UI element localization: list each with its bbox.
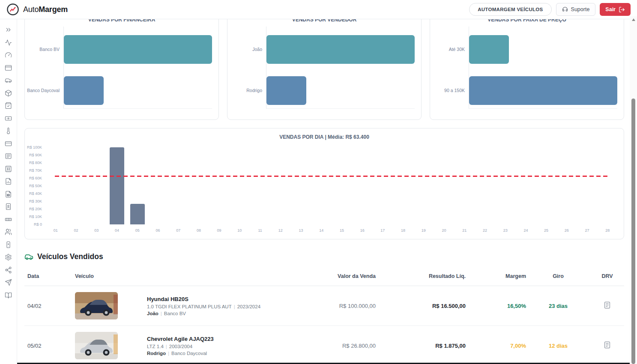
bar-90-a-150k — [469, 76, 617, 105]
workspace-button[interactable]: AUTOMARGEM VEÍCULOS — [469, 3, 551, 16]
daily-plot: R$ 100KR$ 90KR$ 80KR$ 70KR$ 60KR$ 50KR$ … — [45, 147, 618, 224]
chart-title: VENDAS POR FAIXA DE PREÇO — [430, 19, 624, 23]
sidebar-item-dashboard[interactable] — [5, 51, 12, 59]
day-slot — [127, 147, 148, 224]
bar-banco-daycoval — [64, 76, 104, 105]
margin-value: 16,50% — [466, 303, 526, 309]
day-slot — [168, 147, 188, 224]
scrollbar-up-arrow[interactable] — [632, 18, 635, 21]
bar-category-label: Banco BV — [26, 47, 60, 52]
x-axis-tick: 08 — [188, 228, 209, 233]
y-axis-tick: R$ 70K — [29, 168, 42, 173]
sold-section-header: Veículos Vendidos — [24, 252, 624, 261]
bar-category-label: Banco Daycoval — [26, 88, 60, 93]
sidebar-item-share[interactable] — [5, 266, 12, 274]
day-slot — [270, 147, 291, 224]
support-button[interactable]: Suporte — [556, 3, 596, 16]
sidebar-item-docs[interactable] — [5, 292, 12, 299]
chart-card-faixa-preco: VENDAS POR FAIXA DE PREÇO Até 30K90 a 15… — [430, 19, 624, 120]
drv-report-icon[interactable] — [603, 301, 611, 309]
sidebar-item-file-document[interactable] — [5, 191, 12, 198]
bar-category-label: Até 30K — [431, 47, 465, 52]
bar-category-label: 90 a 150K — [431, 88, 465, 93]
vehicle-name: Hyundai HB20S — [147, 296, 260, 302]
sidebar-item-reports[interactable] — [5, 152, 12, 160]
day-slot — [454, 147, 475, 224]
sidebar-item-settings[interactable] — [5, 254, 12, 261]
day-slot — [373, 147, 393, 224]
day-slot — [66, 147, 87, 224]
day-slot — [311, 147, 332, 224]
table-body: 04/02 Hyundai HB20S 1.0 TGDI FLEX PLATIN… — [24, 286, 624, 364]
top-charts-row: VENDAS POR FINANCEIRA Banco BVBanco Dayc… — [24, 19, 624, 120]
sidebar-item-stock[interactable] — [5, 90, 12, 97]
x-axis-tick: 18 — [393, 228, 413, 233]
sidebar-item-photo-badge[interactable] — [5, 203, 12, 210]
main-content: VENDAS POR FINANCEIRA Banco BVBanco Dayc… — [17, 19, 630, 364]
day-bar-04 — [110, 147, 124, 224]
sold-section-title: Veículos Vendidos — [37, 252, 103, 261]
x-axis-tick: 04 — [107, 228, 127, 233]
column-header-ve-culo: Veículo — [75, 273, 314, 279]
day-slot — [577, 147, 598, 224]
day-slot — [209, 147, 230, 224]
column-header-data: Data — [24, 273, 75, 279]
x-axis-tick: 22 — [475, 228, 495, 233]
sidebar-expand[interactable] — [5, 26, 12, 33]
day-slot — [332, 147, 352, 224]
y-axis-tick: R$ 100K — [27, 145, 42, 149]
hbar-plot: JoãoRodrigo — [266, 27, 415, 109]
table-header: DataVeículoValor da VendaResultado Líq.M… — [24, 270, 624, 286]
y-axis-tick: R$ 0 — [34, 222, 42, 227]
x-axis-tick: 06 — [148, 228, 168, 233]
sidebar-item-file-chart[interactable] — [5, 178, 12, 185]
column-header-giro: Giro — [526, 273, 590, 279]
x-axis-tick: 13 — [291, 228, 311, 233]
x-axis-tick: 20 — [434, 228, 455, 233]
drv-report-icon[interactable] — [603, 341, 611, 349]
day-slot — [352, 147, 373, 224]
chart-card-financeira: VENDAS POR FINANCEIRA Banco BVBanco Dayc… — [24, 19, 219, 120]
bar-até-30k — [469, 35, 509, 64]
day-slot — [250, 147, 270, 224]
sidebar-item-purchases[interactable] — [5, 102, 12, 109]
sidebar-item-vault[interactable] — [5, 165, 12, 173]
day-slot — [434, 147, 455, 224]
sidebar-item-filmstrip[interactable] — [5, 216, 12, 223]
logout-button[interactable]: Sair — [600, 3, 631, 16]
sidebar-item-sales[interactable] — [5, 115, 12, 122]
day-slot — [413, 147, 434, 224]
x-axis-tick: 01 — [45, 228, 66, 233]
sidebar-item-window[interactable] — [5, 64, 12, 72]
column-header-margem: Margem — [466, 273, 526, 279]
sidebar-item-vehicles[interactable] — [5, 77, 12, 84]
vertical-scrollbar[interactable] — [630, 16, 637, 364]
margin-value: 7,00% — [466, 343, 526, 349]
x-axis-tick: 12 — [270, 228, 291, 233]
brand-logo: AutoMargem — [6, 3, 68, 16]
day-slot — [556, 147, 577, 224]
column-header-resultado-l-q-: Resultado Líq. — [376, 273, 466, 279]
logout-icon — [619, 6, 625, 13]
vehicle-seller-bank: Rodrigo|Banco Daycoval — [147, 351, 214, 356]
sidebar-item-thermometer[interactable] — [5, 127, 12, 134]
sidebar-item-activity[interactable] — [5, 39, 12, 46]
day-slot — [188, 147, 209, 224]
x-axis: 0102030405060708091011121314151617181920… — [45, 228, 618, 233]
sidebar-item-send[interactable] — [5, 279, 12, 286]
x-axis-tick: 23 — [495, 228, 516, 233]
sidebar-item-payments[interactable] — [5, 140, 12, 147]
y-axis-tick: R$ 40K — [29, 191, 42, 196]
table-row: 05/02 Chevrolet Agile AJAQ223 LTZ 1.4|20… — [24, 326, 624, 364]
sidebar-item-contact[interactable] — [5, 241, 12, 248]
y-axis-tick: R$ 50K — [29, 184, 42, 188]
daily-bars — [45, 147, 618, 224]
chart-title: VENDAS POR FINANCEIRA — [25, 19, 218, 23]
sidebar-item-users[interactable] — [5, 228, 12, 236]
day-slot — [597, 147, 618, 224]
y-axis-tick: R$ 20K — [29, 207, 42, 211]
day-slot — [86, 147, 107, 224]
bar-banco-bv — [64, 35, 212, 64]
day-slot — [536, 147, 556, 224]
scrollbar-thumb[interactable] — [631, 98, 635, 364]
